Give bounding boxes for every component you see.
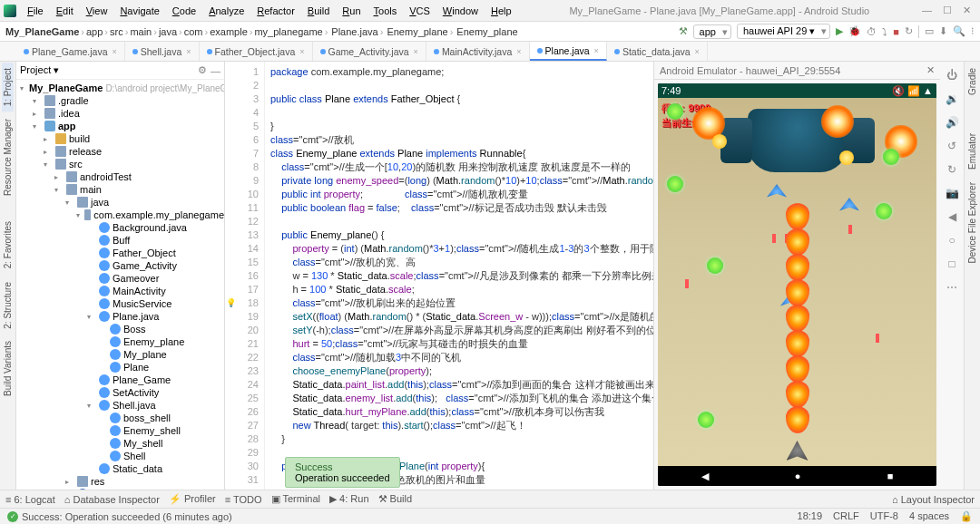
tree-item[interactable]: Game_Activity [16,259,224,272]
tree-item[interactable]: ▾Plane.java [16,310,224,323]
close-icon[interactable]: × [516,47,521,56]
menu-navigate[interactable]: Navigate [114,4,164,18]
stop-icon[interactable]: ■ [893,26,899,37]
toolwindow-device-file-explorer[interactable]: Device File Explorer [966,177,978,268]
emu-side-btn-7[interactable]: ○ [948,234,955,247]
emulator-close-icon[interactable]: ✕ [926,64,935,76]
bottom-tool[interactable]: ▣ Terminal [271,493,320,505]
breadcrumb-item[interactable]: My_PlaneGame [5,26,79,37]
emu-side-btn-4[interactable]: ↻ [947,163,956,176]
toolwindow-2-favorites[interactable]: 2: Favorites [2,216,14,274]
collapse-icon[interactable]: — [211,65,220,76]
tree-item[interactable]: ▾.gradle [16,94,224,107]
toolwindow-1-project[interactable]: 1: Project [2,63,14,112]
tree-item[interactable]: Boss [16,323,224,335]
overflow-icon[interactable]: ⁝ [971,25,975,37]
hammer-icon[interactable]: ⚒ [679,25,688,37]
run-icon[interactable]: ▶ [836,25,843,37]
menu-refactor[interactable]: Refactor [251,4,300,18]
close-icon[interactable]: × [299,47,304,56]
tab-plane_game-java[interactable]: Plane_Game.java× [16,42,125,61]
close-icon[interactable]: × [594,46,599,55]
breadcrumb-item[interactable]: example [210,26,248,37]
toolwindow-resource-manager[interactable]: Resource Manager [2,113,14,201]
tree-item[interactable]: Father_Object [16,247,224,259]
menu-tools[interactable]: Tools [368,4,403,18]
tree-item[interactable]: ▸build [16,132,224,145]
status-item[interactable]: 🔒 [960,510,973,522]
emu-side-btn-3[interactable]: ↺ [947,140,956,152]
close-icon[interactable]: × [186,47,191,56]
tree-item[interactable]: SetActivity [16,386,224,399]
emu-side-btn-1[interactable]: 🔉 [946,92,959,105]
tree-item[interactable]: ▸res [16,475,224,488]
tree-item[interactable]: ▾main [16,183,224,196]
breadcrumb-item[interactable]: Enemy_plane [455,26,517,37]
tree-item[interactable]: Shell [16,450,224,462]
tree-item[interactable]: MainActivity [16,285,224,297]
menu-file[interactable]: File [22,4,49,18]
tab-shell-java[interactable]: Shell.java× [125,42,200,61]
tree-item[interactable]: MusicService [16,297,224,310]
tree-item[interactable]: Enemy_shell [16,424,224,437]
tab-game_activity-java[interactable]: Game_Activity.java× [313,42,426,61]
menu-analyze[interactable]: Analyze [203,4,250,18]
menu-build[interactable]: Build [302,4,335,18]
menu-window[interactable]: Window [437,4,484,18]
menu-help[interactable]: Help [485,4,517,18]
status-item[interactable]: 4 spaces [909,510,949,522]
tree-item[interactable]: Background.java [16,221,224,234]
run-config-combo[interactable]: app [693,24,731,39]
breadcrumb-item[interactable]: app [86,26,103,37]
breadcrumb-item[interactable]: java [159,26,177,37]
menu-code[interactable]: Code [167,4,201,18]
minimize-button[interactable]: — [922,5,932,16]
tree-item[interactable]: Plane_Game [16,374,224,386]
project-root[interactable]: ▾ My_PlaneGame D:\android project\My_Pla… [16,82,224,94]
project-view-combo[interactable]: Project ▾ [20,64,59,76]
android-navbar[interactable]: ◀ ● ■ [658,466,936,486]
close-button[interactable]: ✕ [963,5,971,16]
profile-icon[interactable]: ⏱ [867,26,877,37]
code-area[interactable]: package com.example.my_planegame; public… [265,62,653,490]
close-icon[interactable]: × [695,47,700,56]
nav-back-icon[interactable]: ◀ [701,471,709,482]
breadcrumb-item[interactable]: Enemy_plane [385,26,447,37]
emu-side-btn-5[interactable]: 📷 [946,187,959,199]
bottom-tool[interactable]: ≡ TODO [225,494,262,505]
toolwindow--[interactable] [972,102,974,113]
layout-inspector-button[interactable]: ⌂ Layout Inspector [892,494,975,505]
breadcrumb-item[interactable]: src [110,26,123,37]
tree-item[interactable]: ▾app [16,120,224,132]
status-item[interactable]: CRLF [833,510,859,522]
toolwindow-emulator[interactable]: Emulator [966,128,978,175]
menu-vcs[interactable]: VCS [404,4,436,18]
breadcrumb-item[interactable]: main [130,26,152,37]
emu-side-btn-0[interactable]: ⏻ [946,69,957,82]
sync-icon[interactable]: ↻ [905,25,913,37]
menu-edit[interactable]: Edit [51,4,79,18]
emu-side-btn-2[interactable]: 🔊 [946,116,959,129]
toolwindow-build-variants[interactable]: Build Variants [2,335,14,402]
tree-item[interactable]: ▾src [16,158,224,170]
tree-item[interactable]: Enemy_plane [16,335,224,348]
debug-icon[interactable]: 🐞 [848,25,861,37]
toolwindow--[interactable] [7,203,9,214]
status-item[interactable]: 18:19 [798,510,823,522]
menu-view[interactable]: View [81,4,113,18]
tree-item[interactable]: ▸.idea [16,107,224,120]
close-icon[interactable]: × [112,47,116,56]
tree-item[interactable]: ▾com.example.my_planegame [16,209,224,221]
toolwindow-2-structure[interactable]: 2: Structure [2,277,14,335]
search-icon[interactable]: 🔍 [953,25,965,37]
emu-side-btn-9[interactable]: ⋯ [946,281,957,294]
project-tree[interactable]: ▾ My_PlaneGame D:\android project\My_Pla… [16,80,224,490]
bottom-tool[interactable]: ⚡ Profiler [169,493,216,505]
tree-item[interactable]: Plane [16,361,224,374]
breadcrumb-item[interactable]: com [184,26,203,37]
menu-run[interactable]: Run [337,4,366,18]
tree-item[interactable]: My_shell [16,437,224,450]
tree-item[interactable]: ▾java [16,196,224,209]
tab-mainactivity-java[interactable]: MainActivity.java× [426,42,530,61]
nav-home-icon[interactable]: ● [795,471,801,481]
